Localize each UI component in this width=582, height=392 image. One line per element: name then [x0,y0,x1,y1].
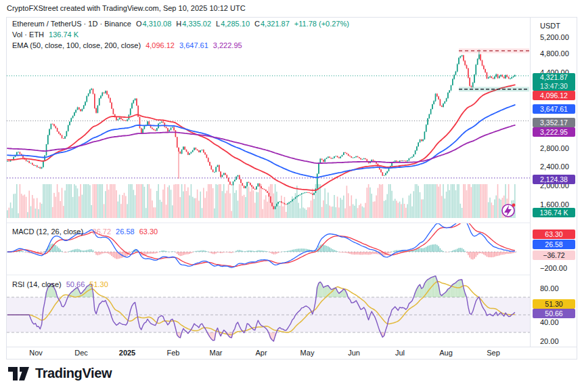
legend-item: +11.78 (+0.27%) [294,20,349,28]
legend-rsi-row[interactable]: RSI (14, close)50.6651.30 [12,280,113,288]
rsi-ma-value-label: 51.30 [533,299,575,309]
price-axis[interactable]: USDT 5,200.004,800.004,400.002,800.002,4… [530,18,577,347]
level-2124-label: 2,124.38 [533,175,575,184]
rsi-value-label: 50.66 [533,309,575,318]
time-tick: Aug [439,349,453,357]
price-tick: 5,200.00 [540,33,569,41]
macd-signal-value-label: 63.30 [533,230,575,239]
legend-item: H [176,20,181,28]
legend-macd-row[interactable]: MACD (12, 26, close)−36.7226.5863.30 [12,227,162,236]
legend-symbol-row[interactable]: Ethereum / TetherUS · 1D · BinanceO4,310… [12,20,354,28]
legend-item: 3,647.61 [179,41,208,49]
time-tick: Jul [395,349,405,357]
legend-item: C [254,20,260,28]
price-tick: 80.00 [540,284,559,292]
legend-item: 51.30 [89,280,108,288]
time-tick: Dec [74,349,88,357]
ema50-line [7,85,515,190]
legend-item: 136.74 K [49,30,79,39]
price-tick: 2,800.00 [540,144,569,152]
time-tick: 2025 [119,349,135,357]
tradingview-chart-widget: CryptoFXStreet created with TradingView.… [0,0,582,392]
legend-ema-row[interactable]: EMA (50, close, 100, close, 200, close)4… [12,41,247,49]
volume-value-label: 136.74 K [533,208,575,217]
time-tick: Jun [348,349,360,357]
tradingview-logo-text: TradingView [35,366,112,381]
tradingview-logo-icon [8,364,30,382]
price-axis-currency: USDT [540,22,560,30]
flash-icon[interactable] [502,204,515,217]
legend-item: −36.72 [88,227,111,236]
time-tick: Nov [29,349,43,357]
credit-line: CryptoFXStreet created with TradingView.… [7,4,246,12]
time-tick: May [300,349,315,357]
price-tick: 40.00 [540,318,559,326]
time-tick: Apr [255,349,267,357]
legend-item: O [136,20,142,28]
legend-volume-row[interactable]: Vol · ETH136.74 K [12,30,83,39]
current-price-label: 4,321.8713:47:30 [533,73,575,91]
legend-item: 4,335.02 [182,20,211,28]
time-axis[interactable]: NovDec2025FebMarAprMayJunJulAugSep [7,347,577,359]
price-tick: 2,400.00 [540,162,569,171]
resistance-zone [459,49,529,53]
ema200-value-label: 3,222.95 [533,127,575,137]
tradingview-logo[interactable]: TradingView [8,364,112,382]
legend-item: 4,096.12 [146,41,175,49]
legend-item: RSI (14, close) [12,280,62,288]
legend-item: 63.30 [139,227,158,236]
time-tick: Sep [487,349,500,357]
chart-frame: Ethereum / TetherUS · 1D · BinanceO4,310… [6,17,577,360]
price-tick: 20.00 [540,337,559,345]
price-tick: −200.00 [540,264,567,272]
legend-item: 26.58 [116,227,135,236]
legend-item: 4,285.10 [221,20,250,28]
ema50-value-label: 4,096.12 [533,91,575,100]
macd-hist-value-label: −36.72 [533,251,575,260]
price-tick: 4,800.00 [540,49,569,58]
legend-item: Vol · ETH [12,30,44,39]
legend-item: 4,310.08 [142,20,171,28]
legend-item: L [216,20,220,28]
countdown: 13:47:30 [533,82,575,91]
macd-line-value-label: 26.58 [533,240,575,249]
ema100-line [7,105,515,177]
macd-line [7,219,515,267]
legend-item: EMA (50, close, 100, close, 200, close) [12,41,141,49]
legend-item: Ethereum / TetherUS · 1D · Binance [12,20,131,28]
time-tick: Mar [210,349,223,357]
legend-item: 50.66 [66,280,85,288]
legend-item: 4,321.87 [261,20,290,28]
ema100-value-label: 3,647.61 [533,104,575,114]
level-3352-label: 3,352.17 [533,118,575,127]
legend-item: 3,222.95 [213,41,242,49]
time-tick: Feb [167,349,180,357]
legend-item: MACD (12, 26, close) [12,227,83,236]
chart-canvas[interactable] [7,18,530,347]
